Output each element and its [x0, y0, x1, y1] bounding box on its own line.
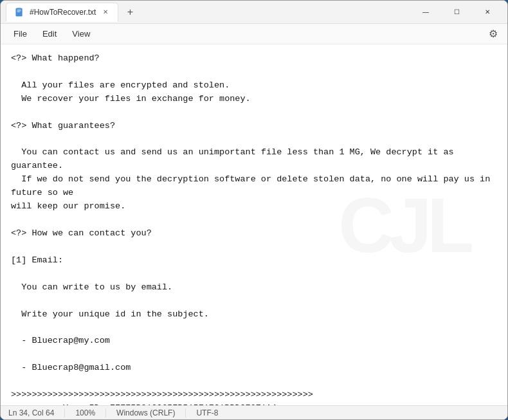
line-ending: Windows (CRLF): [106, 408, 186, 417]
notepad-icon: [14, 7, 24, 17]
tab-title: #HowToRecover.txt: [30, 8, 96, 17]
svg-rect-4: [17, 8, 20, 9]
settings-gear-button[interactable]: ⚙: [484, 25, 502, 43]
menu-items: File Edit View: [6, 26, 98, 41]
cursor-position: Ln 34, Col 64: [8, 408, 65, 417]
minimize-button[interactable]: —: [411, 1, 440, 24]
menu-file[interactable]: File: [6, 26, 35, 41]
menu-view[interactable]: View: [64, 26, 98, 41]
title-bar-left: #HowToRecover.txt ✕ +: [6, 3, 411, 22]
menu-edit[interactable]: Edit: [35, 26, 64, 41]
text-editor-content[interactable]: CJL <?> What happend? All your files are…: [1, 44, 507, 405]
svg-rect-2: [17, 10, 21, 11]
zoom-level: 100%: [65, 408, 106, 417]
tab-close-button[interactable]: ✕: [101, 8, 110, 17]
editor-text: <?> What happend? All your files are enc…: [11, 52, 497, 405]
main-window: #HowToRecover.txt ✕ + — ☐ ✕ File Edit Vi…: [0, 0, 508, 420]
close-button[interactable]: ✕: [473, 1, 502, 24]
encoding: UTF-8: [186, 408, 228, 417]
maximize-button[interactable]: ☐: [442, 1, 471, 24]
status-bar: Ln 34, Col 64 100% Windows (CRLF) UTF-8: [1, 405, 507, 419]
window-controls: — ☐ ✕: [411, 1, 502, 24]
tab-area: #HowToRecover.txt ✕ +: [6, 3, 139, 22]
svg-rect-1: [17, 9, 21, 10]
title-bar: #HowToRecover.txt ✕ + — ☐ ✕: [1, 1, 507, 24]
add-tab-button[interactable]: +: [121, 3, 139, 21]
active-tab[interactable]: #HowToRecover.txt ✕: [6, 3, 118, 22]
svg-rect-3: [17, 12, 20, 12]
menu-bar: File Edit View ⚙: [1, 24, 507, 44]
